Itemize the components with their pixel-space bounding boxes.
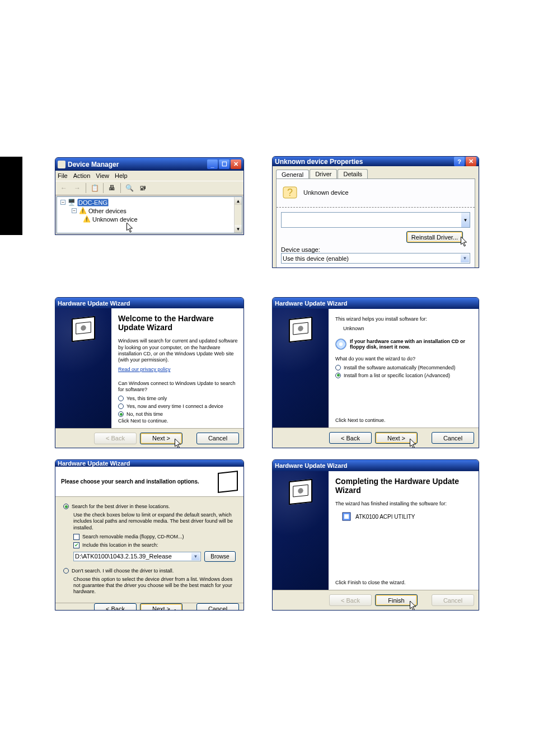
cancel-button[interactable]: Cancel [432, 432, 474, 444]
checkbox-icon: ✔ [73, 542, 79, 548]
radio-icon [63, 504, 69, 509]
help-button[interactable]: ? [454, 157, 465, 166]
finish-button[interactable]: Finish [375, 594, 418, 606]
computer-icon: 🖥️ [68, 199, 76, 206]
device-properties-dialog: Unknown device Properties ? ✕ General Dr… [272, 156, 479, 268]
next-button[interactable]: Next > [140, 433, 182, 444]
close-button[interactable]: ✕ [231, 159, 241, 169]
hardware-wizard-welcome: Hardware Update Wizard Welcome to the Ha… [55, 297, 244, 448]
finished-text: The wizard has finished installing the s… [335, 501, 473, 507]
privacy-link[interactable]: Read our privacy policy [118, 367, 171, 372]
window-buttons: _ ☐ ✕ [207, 159, 241, 169]
menubar: File Action View Help [55, 171, 243, 181]
radio-label: Don't search. I will choose the driver t… [72, 568, 174, 574]
chevron-down-icon[interactable]: ▼ [461, 254, 469, 262]
window-title: Hardware Update Wizard [275, 300, 348, 307]
radio-icon [335, 365, 341, 370]
window-title: Unknown device Properties [275, 158, 363, 166]
cancel-button[interactable]: Cancel [196, 433, 239, 444]
tree-item-label[interactable]: Unknown device [92, 216, 138, 223]
collapse-icon[interactable]: − [60, 200, 65, 205]
tab-details[interactable]: Details [338, 169, 368, 179]
tree-item[interactable]: ⚠️ Unknown device [58, 215, 241, 223]
next-button[interactable]: Next > [140, 603, 182, 611]
tree-group[interactable]: − ⚠️ Other devices [58, 206, 241, 215]
chevron-down-icon[interactable]: ▼ [191, 553, 200, 560]
radio-label: Yes, this time only [127, 396, 167, 401]
path-combo[interactable]: D:\ATK0100\1043.2.15.39_Release ▼ [73, 552, 201, 561]
maximize-button[interactable]: ☐ [219, 159, 229, 169]
check-label: Include this location in the search: [82, 542, 158, 548]
wizard-sidebar [273, 471, 329, 590]
radio-icon [118, 396, 124, 401]
wizard-hero-icon [72, 316, 95, 342]
tab-driver[interactable]: Driver [310, 169, 337, 179]
vertical-scrollbar[interactable]: ▲ ▼ [234, 197, 242, 233]
scroll-up-icon[interactable]: ▲ [235, 197, 242, 205]
radio-dont-search-desc: Choose this option to select the device … [63, 576, 236, 595]
radio-icon [118, 411, 124, 417]
tree-group-label[interactable]: Other devices [88, 208, 127, 214]
tree-root-label[interactable]: DOC-ENG [77, 199, 109, 206]
separator [277, 207, 475, 208]
radio-advanced[interactable]: Install from a list or specific location… [335, 373, 473, 378]
window-title: Device Manager [68, 161, 119, 168]
radio-auto[interactable]: Install the software automatically (Reco… [335, 365, 473, 370]
radio-yes-once[interactable]: Yes, this time only [118, 396, 238, 401]
wizard-header-text: Please choose your search and installati… [61, 478, 199, 485]
check-label: Search removable media (floppy, CD-ROM..… [82, 534, 184, 539]
titlebar[interactable]: Hardware Update Wizard [55, 460, 243, 467]
radio-icon [63, 568, 69, 574]
back-button[interactable]: < Back [94, 603, 137, 611]
radio-no[interactable]: No, not this time [118, 411, 238, 417]
titlebar[interactable]: Hardware Update Wizard [55, 298, 243, 308]
wizard-footer: < Back Next > Cancel [55, 428, 243, 448]
check-removable[interactable]: Search removable media (floppy, CD-ROM..… [73, 534, 236, 540]
minimize-button[interactable]: _ [207, 159, 218, 169]
titlebar[interactable]: Hardware Update Wizard [273, 460, 479, 471]
device-usage-label: Device usage: [281, 246, 470, 253]
back-button[interactable]: < Back [329, 432, 372, 444]
browse-button[interactable]: Browse [204, 551, 236, 562]
page-edge [0, 157, 22, 235]
menu-help[interactable]: Help [115, 172, 128, 179]
radio-dont-search[interactable]: Don't search. I will choose the driver t… [63, 568, 236, 574]
radio-search[interactable]: Search for the best driver in these loca… [63, 504, 236, 509]
nav-fwd-icon[interactable]: → [71, 182, 83, 194]
hardware-wizard-search-options: Hardware Update Wizard Please choose you… [55, 459, 244, 611]
svg-text:?: ? [287, 187, 293, 198]
device-usage-combo[interactable]: Use this device (enable) ▼ [281, 253, 470, 264]
scroll-down-icon[interactable]: ▼ [235, 225, 242, 233]
check-include-location[interactable]: ✔Include this location in the search: [73, 542, 236, 548]
menu-action[interactable]: Action [73, 172, 91, 179]
scroll-down-icon[interactable]: ▼ [461, 213, 470, 227]
tree-root[interactable]: − 🖥️ DOC-ENG [58, 198, 241, 206]
app-icon [58, 161, 65, 168]
device-warning-icon: ? [281, 184, 299, 201]
tab-body: ? Unknown device ▼ Reinstall Driver... D… [276, 179, 475, 268]
wizard-sidebar [55, 308, 111, 428]
collapse-icon[interactable]: − [72, 208, 77, 213]
uninstall-icon[interactable]: 🖳 [137, 182, 149, 194]
radio-yes-always[interactable]: Yes, now and every time I connect a devi… [118, 403, 238, 409]
menu-view[interactable]: View [96, 172, 109, 179]
menu-file[interactable]: File [58, 172, 68, 179]
titlebar[interactable]: Unknown device Properties ? ✕ [273, 157, 479, 166]
properties-icon[interactable]: 📋 [88, 182, 101, 194]
next-button[interactable]: Next > [375, 432, 418, 444]
device-tree[interactable]: − 🖥️ DOC-ENG − ⚠️ Other devices ⚠️ Unkno… [57, 196, 242, 233]
print-icon[interactable]: 🖶 [106, 182, 118, 194]
scan-icon[interactable]: 🔍 [123, 182, 135, 194]
wizard-hero-icon [289, 479, 312, 505]
nav-back-icon[interactable]: ← [58, 182, 70, 194]
wizard-question: What do you want the wizard to do? [335, 356, 473, 362]
cancel-button: Cancel [432, 594, 474, 606]
reinstall-driver-button[interactable]: Reinstall Driver... [406, 231, 463, 243]
close-button[interactable]: ✕ [466, 157, 476, 166]
titlebar[interactable]: Hardware Update Wizard [273, 298, 479, 309]
wizard-heading: Welcome to the Hardware Update Wizard [118, 314, 238, 332]
cancel-button[interactable]: Cancel [196, 603, 239, 611]
titlebar[interactable]: Device Manager _ ☐ ✕ [55, 158, 243, 171]
tab-general[interactable]: General [276, 170, 309, 179]
combo-value: D:\ATK0100\1043.2.15.39_Release [75, 553, 172, 560]
